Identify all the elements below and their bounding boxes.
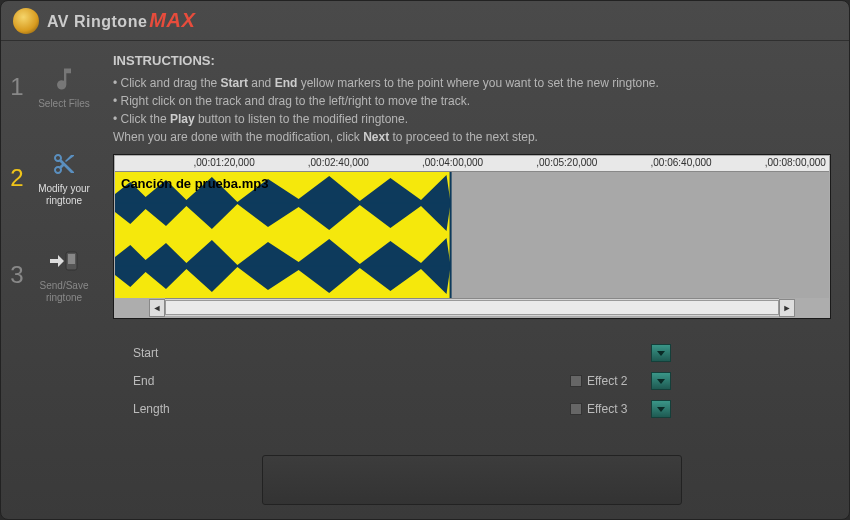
waveform-editor[interactable]: ,00:01:20,000 ,00:02:40,000 ,00:04:00,00… xyxy=(113,154,831,319)
track-filename: Canción de prueba.mp3 xyxy=(121,176,268,191)
horizontal-scrollbar[interactable] xyxy=(165,298,779,316)
start-label: Start xyxy=(113,346,193,360)
scroll-left-button[interactable]: ◄ xyxy=(149,299,165,317)
instructions-heading: INSTRUCTIONS: xyxy=(113,53,831,68)
scissors-icon xyxy=(48,148,80,180)
tick-label: ,00:01:20,000 xyxy=(194,157,255,168)
titlebar: AV RingtoneMAX xyxy=(1,1,849,41)
bottom-toolbar xyxy=(113,455,831,511)
instructions-text: • Click and drag the Start and End yello… xyxy=(113,74,831,146)
parameters-panel: Start End Effect 2 Length xyxy=(113,339,831,423)
step-send-save[interactable]: 3 Send/Save ringtone xyxy=(1,241,101,308)
step-label: Send/Save ringtone xyxy=(33,280,95,304)
svg-rect-1 xyxy=(68,254,75,264)
wizard-sidebar: 1 Select Files 2 Modify your ringtone xyxy=(1,41,101,519)
effect1-dropdown[interactable] xyxy=(651,344,671,362)
timeline-ruler[interactable]: ,00:01:20,000 ,00:02:40,000 ,00:04:00,00… xyxy=(115,156,829,172)
scrollbar-thumb[interactable] xyxy=(165,300,779,315)
step-number: 1 xyxy=(7,73,27,101)
playback-panel[interactable] xyxy=(262,455,682,505)
step-number: 2 xyxy=(7,164,27,192)
effect2-checkbox[interactable] xyxy=(570,375,582,387)
main-panel: INSTRUCTIONS: • Click and drag the Start… xyxy=(101,41,849,519)
music-note-icon xyxy=(48,63,80,95)
effect3-dropdown[interactable] xyxy=(651,400,671,418)
tick-label: ,00:06:40,000 xyxy=(651,157,712,168)
end-label: End xyxy=(113,374,193,388)
length-label: Length xyxy=(113,402,193,416)
tick-label: ,00:05:20,000 xyxy=(536,157,597,168)
step-label: Select Files xyxy=(38,98,90,110)
step-number: 3 xyxy=(7,261,27,289)
app-logo-icon xyxy=(13,8,39,34)
scroll-right-button[interactable]: ► xyxy=(779,299,795,317)
device-arrow-icon xyxy=(48,245,80,277)
app-title: AV RingtoneMAX xyxy=(47,9,195,32)
effect2-dropdown[interactable] xyxy=(651,372,671,390)
app-window: AV RingtoneMAX 1 Select Files 2 xyxy=(0,0,850,520)
tick-label: ,00:02:40,000 xyxy=(308,157,369,168)
effect3-label: Effect 3 xyxy=(587,402,647,416)
step-label: Modify your ringtone xyxy=(33,183,95,207)
tick-label: ,00:08:00,000 xyxy=(765,157,826,168)
step-modify-ringtone[interactable]: 2 Modify your ringtone xyxy=(1,144,101,211)
step-select-files[interactable]: 1 Select Files xyxy=(1,59,101,114)
waveform-track[interactable]: Canción de prueba.mp3 xyxy=(115,172,829,298)
effect2-label: Effect 2 xyxy=(587,374,647,388)
effect3-checkbox[interactable] xyxy=(570,403,582,415)
tick-label: ,00:04:00,000 xyxy=(422,157,483,168)
